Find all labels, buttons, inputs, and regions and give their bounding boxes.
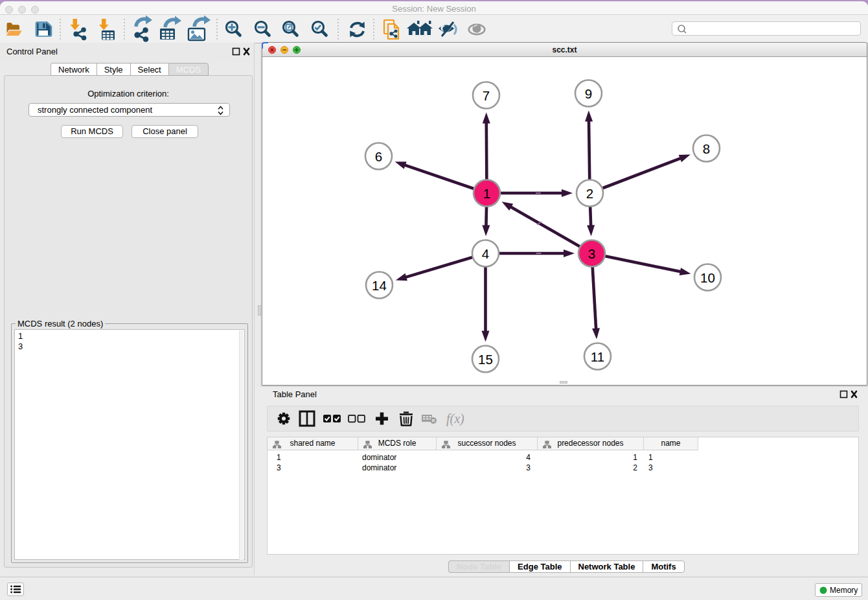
svg-text:7: 7 [483,88,490,103]
svg-text:9: 9 [585,86,592,101]
svg-text:14: 14 [372,278,387,293]
svg-text:11: 11 [591,349,604,364]
svg-text:10: 10 [700,270,715,285]
svg-text:8: 8 [703,141,710,156]
svg-text:2: 2 [586,186,593,201]
svg-text:1: 1 [483,186,490,201]
svg-text:15: 15 [478,352,493,367]
svg-text:3: 3 [588,246,595,261]
svg-text:4: 4 [482,246,489,261]
svg-text:f(x): f(x) [446,411,464,426]
svg-text:6: 6 [375,149,382,164]
